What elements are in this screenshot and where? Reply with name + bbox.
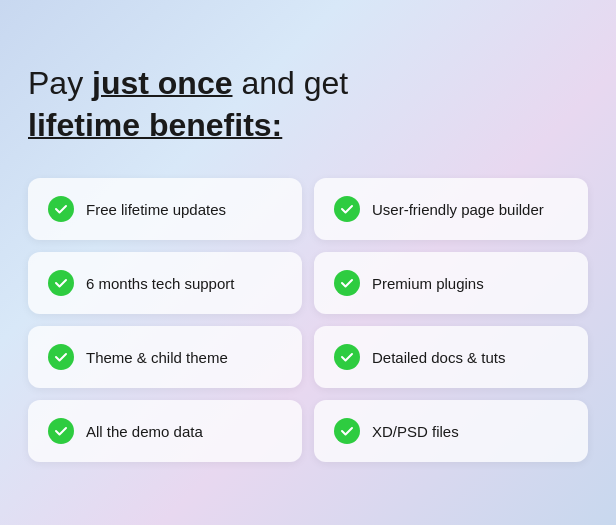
check-icon bbox=[48, 418, 74, 444]
main-container: Pay just once and get lifetime benefits:… bbox=[28, 43, 588, 482]
headline-part2: just once bbox=[92, 65, 232, 101]
headline: Pay just once and get lifetime benefits: bbox=[28, 63, 588, 146]
feature-label-xd-psd: XD/PSD files bbox=[372, 423, 459, 440]
feature-label-free-updates: Free lifetime updates bbox=[86, 201, 226, 218]
feature-card-demo-data: All the demo data bbox=[28, 400, 302, 462]
check-icon bbox=[48, 196, 74, 222]
features-grid: Free lifetime updates User-friendly page… bbox=[28, 178, 588, 462]
check-icon bbox=[334, 270, 360, 296]
feature-label-docs-tuts: Detailed docs & tuts bbox=[372, 349, 505, 366]
feature-card-tech-support: 6 months tech support bbox=[28, 252, 302, 314]
headline-part4: lifetime benefits: bbox=[28, 107, 282, 143]
feature-card-docs-tuts: Detailed docs & tuts bbox=[314, 326, 588, 388]
feature-card-premium-plugins: Premium plugins bbox=[314, 252, 588, 314]
check-icon bbox=[48, 270, 74, 296]
feature-card-free-updates: Free lifetime updates bbox=[28, 178, 302, 240]
feature-label-premium-plugins: Premium plugins bbox=[372, 275, 484, 292]
feature-label-child-theme: Theme & child theme bbox=[86, 349, 228, 366]
headline-part1: Pay bbox=[28, 65, 92, 101]
feature-card-child-theme: Theme & child theme bbox=[28, 326, 302, 388]
check-icon bbox=[334, 344, 360, 370]
check-icon bbox=[334, 196, 360, 222]
feature-card-xd-psd: XD/PSD files bbox=[314, 400, 588, 462]
check-icon bbox=[334, 418, 360, 444]
feature-label-demo-data: All the demo data bbox=[86, 423, 203, 440]
check-icon bbox=[48, 344, 74, 370]
feature-label-page-builder: User-friendly page builder bbox=[372, 201, 544, 218]
feature-card-page-builder: User-friendly page builder bbox=[314, 178, 588, 240]
feature-label-tech-support: 6 months tech support bbox=[86, 275, 234, 292]
headline-part3: and get bbox=[233, 65, 349, 101]
